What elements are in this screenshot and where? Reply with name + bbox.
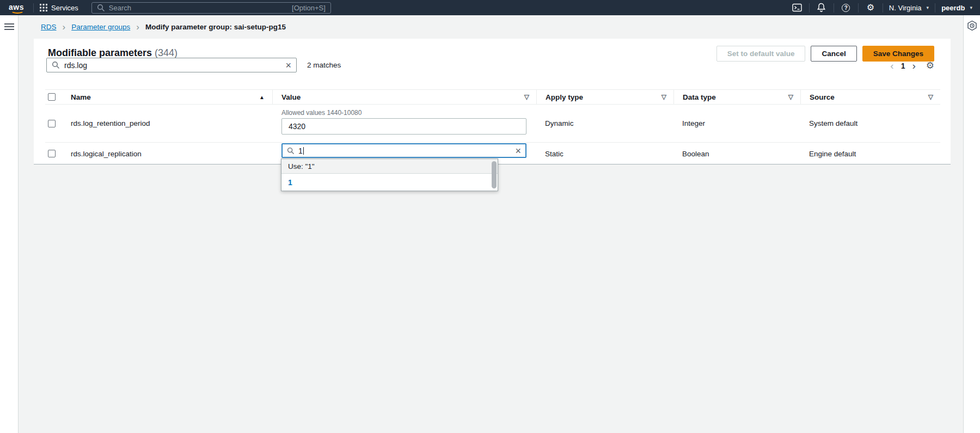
- chevron-down-icon: ▾: [927, 5, 929, 10]
- text-cursor: [303, 147, 304, 155]
- table-preferences-gear-icon[interactable]: ⚙: [926, 60, 934, 71]
- topbar-divider: [33, 3, 34, 13]
- sort-ascending-icon[interactable]: ▲: [259, 94, 272, 100]
- column-header-source[interactable]: Source ▽: [800, 90, 940, 104]
- topbar-divider: [858, 3, 859, 13]
- filter-icon[interactable]: ▽: [788, 93, 800, 101]
- search-shortcut-hint: [Option+S]: [292, 4, 326, 12]
- settings-gear-icon[interactable]: ⚙: [865, 3, 877, 12]
- row-checkbox[interactable]: [48, 120, 56, 127]
- apply-type-value: Static: [536, 143, 673, 164]
- right-side-rail: [963, 15, 980, 433]
- search-icon: [287, 147, 295, 155]
- aws-console-topbar: aws Services [Option+S]: [0, 0, 980, 15]
- account-menu[interactable]: peerdb ▾: [941, 4, 972, 12]
- row-checkbox[interactable]: [48, 150, 56, 157]
- parameter-count: (344): [155, 47, 177, 58]
- apply-type-value: Dynamic: [536, 105, 673, 142]
- column-header-apply-type[interactable]: Apply type ▽: [536, 90, 673, 104]
- services-menu-button[interactable]: Services: [40, 4, 78, 12]
- action-buttons: Set to default value Cancel Save Changes: [716, 46, 934, 62]
- region-selector[interactable]: N. Virginia ▾: [889, 4, 929, 12]
- set-to-default-button[interactable]: Set to default value: [716, 46, 806, 62]
- modifiable-parameters-panel: Modifiable parameters (344) Set to defau…: [34, 39, 951, 164]
- aws-logo[interactable]: aws: [9, 2, 27, 13]
- column-header-name[interactable]: Name ▲: [71, 90, 272, 104]
- notifications-bell-icon[interactable]: [816, 3, 828, 13]
- filter-icon[interactable]: ▽: [928, 93, 940, 101]
- retention-period-value-input[interactable]: [281, 118, 526, 135]
- save-changes-button[interactable]: Save Changes: [862, 46, 934, 62]
- cancel-button[interactable]: Cancel: [811, 46, 856, 62]
- combobox-typed-text[interactable]: 1: [298, 147, 304, 155]
- breadcrumb-rds-link[interactable]: RDS: [41, 23, 57, 31]
- parameters-table: Name ▲ Value ▽ Apply type ▽ Data type ▽ …: [45, 89, 940, 164]
- menu-toggle-icon[interactable]: [4, 22, 15, 32]
- pagination: ‹ 1 › ⚙: [890, 60, 934, 71]
- topbar-divider: [809, 3, 810, 13]
- filter-icon[interactable]: ▽: [524, 93, 536, 101]
- aws-smile-arc: [11, 8, 24, 14]
- account-label: peerdb: [941, 4, 965, 12]
- select-all-checkbox[interactable]: [48, 93, 56, 101]
- topbar-search-box[interactable]: [Option+S]: [91, 2, 331, 14]
- value-option-1[interactable]: 1: [281, 174, 498, 191]
- data-type-value: Boolean: [673, 143, 800, 164]
- left-navigation-rail: [0, 15, 19, 433]
- side-panel-clock-icon[interactable]: [967, 20, 977, 33]
- current-page-number[interactable]: 1: [901, 62, 905, 70]
- next-page-icon[interactable]: ›: [912, 62, 915, 70]
- use-typed-value-option[interactable]: Use: "1": [281, 159, 498, 174]
- filter-icon[interactable]: ▽: [661, 93, 673, 101]
- breadcrumb-separator-icon: ›: [136, 23, 139, 31]
- topbar-divider: [883, 3, 883, 13]
- breadcrumb: RDS › Parameter groups › Modify paramete…: [19, 15, 963, 39]
- breadcrumb-parameter-groups-link[interactable]: Parameter groups: [71, 23, 130, 31]
- topbar-divider: [834, 3, 834, 13]
- help-question-glyph: ?: [844, 5, 848, 11]
- region-label: N. Virginia: [889, 4, 922, 12]
- services-label: Services: [51, 4, 78, 12]
- topbar-search-input[interactable]: [109, 4, 288, 12]
- parameter-name: rds.log_retention_period: [71, 105, 272, 142]
- panel-title-text: Modifiable parameters: [48, 47, 152, 58]
- cloudshell-icon[interactable]: [791, 3, 803, 12]
- parameter-filter-box[interactable]: ×: [46, 58, 297, 72]
- chevron-down-icon: ▾: [970, 5, 972, 10]
- breadcrumb-separator-icon: ›: [63, 23, 66, 31]
- search-icon: [97, 4, 105, 12]
- value-suggestions-dropdown: Use: "1" 1: [281, 158, 498, 191]
- dropdown-scrollbar[interactable]: [492, 161, 497, 188]
- topbar-divider: [935, 3, 935, 13]
- help-icon[interactable]: ?: [840, 4, 852, 12]
- column-header-value[interactable]: Value ▽: [272, 90, 536, 104]
- clear-value-icon[interactable]: ×: [515, 147, 521, 155]
- topbar-right-cluster: ? ⚙ N. Virginia ▾ peerdb ▾: [791, 3, 972, 13]
- data-type-value: Integer: [673, 105, 800, 142]
- allowed-values-hint: Allowed values 1440-10080: [281, 109, 536, 117]
- services-grid-icon: [40, 4, 47, 11]
- parameter-value-cell: Allowed values 1440-10080: [272, 105, 536, 142]
- breadcrumb-current-page: Modify parameter group: sai-setup-pg15: [145, 23, 286, 31]
- source-value: Engine default: [800, 143, 940, 164]
- match-count: 2 matches: [307, 61, 341, 69]
- page-title: Modifiable parameters (344): [48, 47, 177, 59]
- parameter-filter-input[interactable]: [64, 61, 281, 70]
- column-header-data-type[interactable]: Data type ▽: [673, 90, 800, 104]
- logical-replication-value-combobox[interactable]: 1 ×: [281, 143, 526, 158]
- parameter-name: rds.logical_replication: [71, 143, 272, 164]
- table-header-row: Name ▲ Value ▽ Apply type ▽ Data type ▽ …: [45, 89, 940, 105]
- clear-filter-icon[interactable]: ×: [285, 61, 291, 70]
- source-value: System default: [800, 105, 940, 142]
- previous-page-icon[interactable]: ‹: [890, 62, 893, 70]
- search-icon: [52, 61, 60, 69]
- table-row: rds.log_retention_period Allowed values …: [45, 105, 940, 143]
